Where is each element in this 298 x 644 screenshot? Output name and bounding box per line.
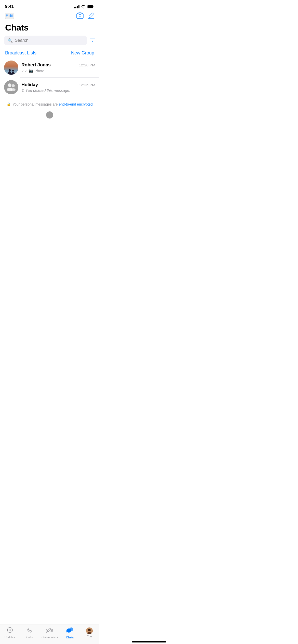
battery-icon bbox=[87, 5, 94, 8]
svg-rect-2 bbox=[4, 61, 18, 75]
chat-name-holiday: Holiday bbox=[21, 82, 38, 87]
camera-icon bbox=[76, 12, 84, 19]
chat-time-robert-jonas: 12:28 PM bbox=[79, 63, 95, 67]
chat-preview-robert-jonas: ✓✓ 📷 Photo bbox=[21, 68, 95, 73]
chat-header-row-holiday: Holiday 12:25 PM bbox=[21, 82, 95, 87]
chat-preview-text-holiday: You deleted this message. bbox=[25, 88, 70, 93]
chat-preview-holiday: ⊘ You deleted this message. bbox=[21, 88, 95, 93]
chat-name-robert-jonas: Robert Jonas bbox=[21, 62, 51, 68]
header: Edit bbox=[0, 11, 99, 21]
search-bar[interactable]: 🔍 bbox=[4, 36, 87, 45]
avatar-holiday bbox=[4, 80, 18, 94]
search-section: 🔍 bbox=[0, 36, 99, 48]
search-input[interactable] bbox=[15, 38, 84, 43]
chat-list: Robert Jonas 12:28 PM ✓✓ 📷 Photo bbox=[0, 58, 99, 97]
signal-icon bbox=[74, 5, 79, 8]
broadcast-lists-link[interactable]: Broadcast Lists bbox=[5, 50, 36, 56]
double-check-icon: ✓✓ bbox=[21, 69, 28, 73]
new-group-link[interactable]: New Group bbox=[71, 50, 94, 56]
avatar-robert-jonas bbox=[4, 61, 18, 75]
svg-rect-7 bbox=[4, 80, 18, 94]
edit-button[interactable]: Edit bbox=[5, 13, 14, 19]
compose-button[interactable] bbox=[88, 12, 94, 20]
encryption-link[interactable]: end-to-end encrypted bbox=[59, 102, 93, 106]
filter-icon[interactable] bbox=[90, 38, 95, 43]
chat-preview-text-robert: Photo bbox=[34, 69, 44, 73]
camera-preview-icon: 📷 bbox=[29, 68, 33, 73]
wifi-icon bbox=[81, 5, 86, 8]
encryption-text: Your personal messages are end-to-end en… bbox=[12, 102, 93, 106]
lock-icon: 🔒 bbox=[7, 102, 11, 106]
deleted-message-icon: ⊘ bbox=[21, 88, 24, 92]
svg-point-10 bbox=[12, 84, 15, 87]
chat-time-holiday: 12:25 PM bbox=[79, 83, 95, 87]
chat-item-holiday[interactable]: Holiday 12:25 PM ⊘ You deleted this mess… bbox=[0, 78, 99, 97]
svg-point-11 bbox=[11, 88, 16, 91]
status-bar: 9:41 bbox=[0, 0, 99, 11]
svg-point-8 bbox=[8, 83, 11, 87]
chat-header-row: Robert Jonas 12:28 PM bbox=[21, 62, 95, 68]
compose-icon bbox=[88, 12, 94, 19]
header-icon-group bbox=[76, 12, 94, 20]
loading-dot bbox=[46, 111, 53, 119]
search-icon: 🔍 bbox=[8, 38, 13, 43]
status-time: 9:41 bbox=[5, 4, 14, 9]
camera-button[interactable] bbox=[76, 12, 84, 20]
svg-point-6 bbox=[12, 70, 14, 72]
page-title: Chats bbox=[0, 21, 99, 36]
encryption-notice: 🔒 Your personal messages are end-to-end … bbox=[0, 97, 99, 109]
chat-content-holiday: Holiday 12:25 PM ⊘ You deleted this mess… bbox=[21, 82, 95, 93]
svg-point-5 bbox=[9, 69, 11, 71]
svg-rect-1 bbox=[88, 5, 93, 8]
chat-content-robert-jonas: Robert Jonas 12:28 PM ✓✓ 📷 Photo bbox=[21, 62, 95, 73]
chat-item-robert-jonas[interactable]: Robert Jonas 12:28 PM ✓✓ 📷 Photo bbox=[0, 58, 99, 77]
status-icons bbox=[74, 5, 94, 8]
quick-actions: Broadcast Lists New Group bbox=[0, 48, 99, 58]
